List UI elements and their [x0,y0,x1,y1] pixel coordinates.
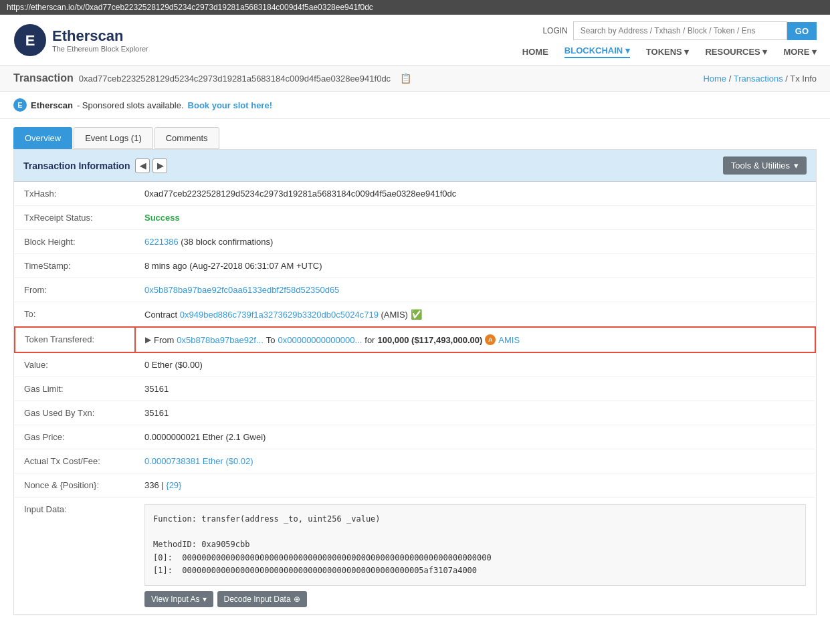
tx-cost-link[interactable]: 0.0000738381 Ether ($0.02) [144,456,253,466]
token-transfer-label: Token Transfered: [15,327,135,352]
tools-utilities-label: Tools & Utilities [731,160,790,171]
nav-tokens[interactable]: TOKENS ▾ [646,47,690,57]
url-bar: https://etherscan.io/tx/0xad77ceb2232528… [0,0,830,15]
tx-hash-display: 0xad77ceb2232528129d5234c2973d19281a5683… [79,74,391,84]
view-input-as-button[interactable]: View Input As ▾ [144,591,213,607]
next-arrow[interactable]: ▶ [152,158,167,173]
transfer-from-label: From [154,335,174,345]
copy-icon[interactable]: 📋 [400,73,411,84]
tx-info-header: Transaction Information ◀ ▶ Tools & Util… [14,150,816,182]
gas-limit-row: Gas Limit: 35161 [15,377,815,401]
token-transfer-content: ▶ From 0x5b878ba97bae92f... To 0x0000000… [145,334,805,345]
gas-price-label: Gas Price: [15,425,135,449]
tx-cost-row: Actual Tx Cost/Fee: 0.0000738381 Ether (… [15,449,815,473]
tx-hash-label: TxHash: [15,182,135,206]
nav-home[interactable]: HOME [522,47,548,57]
nav-menu: HOME BLOCKCHAIN ▾ TOKENS ▾ RESOURCES ▾ M… [522,45,817,58]
decode-input-label: Decode Input Data [224,595,291,604]
nonce-label: Nonce & {Position}: [15,473,135,498]
transfer-to-link[interactable]: 0x00000000000000... [278,335,362,345]
timestamp-row: TimeStamp: 8 mins ago (Aug-27-2018 06:31… [15,254,815,278]
search-input[interactable] [573,21,787,40]
tx-hash-value: 0xad77ceb2232528129d5234c2973d19281a5683… [135,182,815,206]
input-data-label: Input Data: [15,498,135,615]
gas-limit-value: 35161 [135,377,815,401]
nonce-number: 336 | [144,480,166,490]
block-height-label: Block Height: [15,230,135,254]
search-box: GO [573,21,817,40]
header-top-row: LOGIN GO [542,21,817,40]
to-row: To: Contract 0x949bed886c739f1a3273629b3… [15,302,815,328]
tab-event-logs[interactable]: Event Logs (1) [74,127,153,149]
nav-more[interactable]: MORE ▾ [783,47,817,57]
logo-area: E Etherscan The Ethereum Block Explorer [13,23,148,57]
value-row: Value: 0 Ether ($0.00) [15,352,815,377]
search-button[interactable]: GO [787,22,817,40]
nav-arrows: ◀ ▶ [135,158,167,173]
sponsor-bar: E Etherscan - Sponsored slots available.… [0,92,830,119]
timestamp-label: TimeStamp: [15,254,135,278]
tx-table: TxHash: 0xad77ceb2232528129d5234c2973d19… [14,182,816,615]
nav-blockchain[interactable]: BLOCKCHAIN ▾ [564,45,630,58]
page-title: Transaction [13,72,74,84]
amis-token-link[interactable]: AMIS [498,335,520,345]
to-address-link[interactable]: 0x949bed886c739f1a3273629b3320db0c5024c7… [180,310,379,320]
tools-dropdown-icon: ▾ [794,160,799,171]
breadcrumb-left: Transaction 0xad77ceb2232528129d5234c297… [13,72,411,84]
tx-info-title: Transaction Information ◀ ▶ [23,158,167,173]
amis-token-logo: A [485,334,496,345]
breadcrumb-right: Home / Transactions / Tx Info [703,74,817,84]
tx-status-row: TxReceipt Status: Success [15,206,815,230]
breadcrumb-transactions[interactable]: Transactions [734,74,783,84]
input-data-actions: View Input As ▾ Decode Input Data ⊕ [144,591,806,607]
url-text: https://etherscan.io/tx/0xad77ceb2232528… [7,3,373,12]
tx-info-title-text: Transaction Information [23,160,130,171]
nonce-row: Nonce & {Position}: 336 | {29} [15,473,815,498]
breadcrumb-current: Tx Info [790,74,817,84]
tab-comments[interactable]: Comments [154,127,219,149]
breadcrumb-home[interactable]: Home [703,74,726,84]
svg-text:E: E [25,32,35,49]
gas-price-value: 0.0000000021 Ether (2.1 Gwei) [135,425,815,449]
tx-status-label: TxReceipt Status: [15,206,135,230]
prev-arrow[interactable]: ◀ [135,158,150,173]
transfer-arrow-icon: ▶ [145,335,151,344]
from-row: From: 0x5b878ba97bae92fc0aa6133edbf2f58d… [15,278,815,302]
breadcrumb-bar: Transaction 0xad77ceb2232528129d5234c297… [0,66,830,92]
tx-cost-label: Actual Tx Cost/Fee: [15,449,135,473]
gas-used-row: Gas Used By Txn: 35161 [15,401,815,425]
token-transfer-value: ▶ From 0x5b878ba97bae92f... To 0x0000000… [135,327,815,352]
position-link[interactable]: {29} [166,480,181,490]
etherscan-logo-icon: E [13,23,47,57]
sponsor-link[interactable]: Book your slot here! [188,100,272,110]
from-address-link[interactable]: 0x5b878ba97bae92fc0aa6133edbf2f58d52350d… [144,285,339,295]
sponsor-logo-icon: E [13,98,27,112]
tab-overview[interactable]: Overview [13,127,72,149]
input-data-row: Input Data: Function: transfer(address _… [15,498,815,615]
gas-limit-label: Gas Limit: [15,377,135,401]
to-prefix: Contract [144,310,180,320]
header: E Etherscan The Ethereum Block Explorer … [0,15,830,66]
nav-resources[interactable]: RESOURCES ▾ [705,47,767,57]
transfer-for-label: for [365,335,375,345]
transfer-to-label: To [266,335,276,345]
view-input-dropdown-icon: ▾ [203,595,207,604]
from-value: 0x5b878ba97bae92fc0aa6133edbf2f58d52350d… [135,278,815,302]
view-input-as-label: View Input As [151,595,200,604]
decode-input-data-button[interactable]: Decode Input Data ⊕ [217,591,307,607]
tx-info-section: Transaction Information ◀ ▶ Tools & Util… [13,149,817,615]
input-data-code: Function: transfer(address _to, uint256 … [144,504,806,586]
to-token-name: (AMIS) [381,310,408,320]
decode-icon: ⊕ [294,595,300,604]
to-label: To: [15,302,135,328]
verified-check-icon: ✅ [411,309,422,320]
block-height-link[interactable]: 6221386 [144,237,179,247]
logo-name: Etherscan [52,27,148,45]
input-data-value: Function: transfer(address _to, uint256 … [135,498,815,615]
tabs: Overview Event Logs (1) Comments [13,127,817,149]
login-button[interactable]: LOGIN [542,26,567,35]
tools-utilities-button[interactable]: Tools & Utilities ▾ [723,156,807,175]
sponsor-text: - Sponsored slots available. [77,100,184,110]
tx-cost-value: 0.0000738381 Ether ($0.02) [135,449,815,473]
transfer-from-link[interactable]: 0x5b878ba97bae92f... [177,335,263,345]
